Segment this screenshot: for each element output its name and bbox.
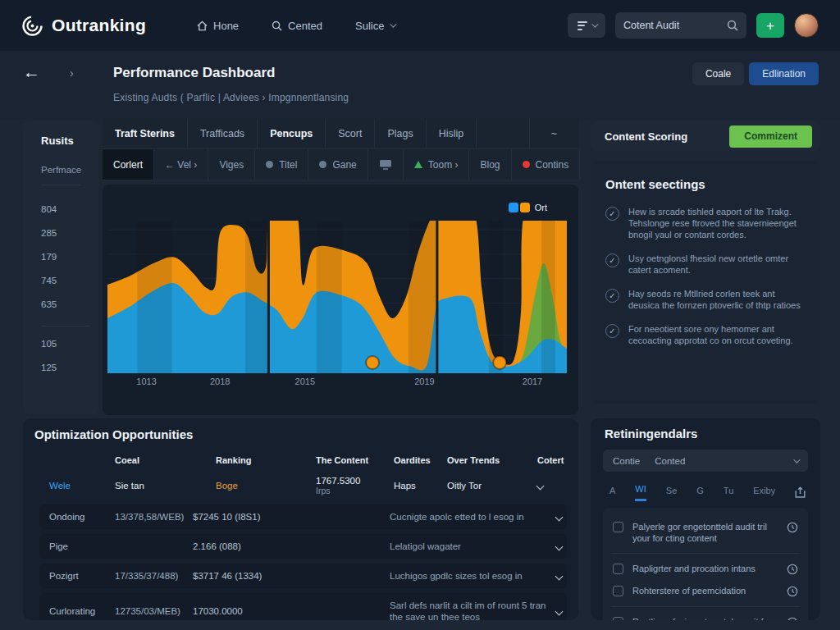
tab-hislip[interactable]: Hislip bbox=[427, 119, 477, 148]
chevron-down-icon[interactable] bbox=[555, 572, 564, 580]
rec-tab-tu[interactable]: Tu bbox=[724, 484, 733, 500]
recommendations-select[interactable]: Contie Conted bbox=[603, 450, 808, 472]
x-axis-label: 2018 bbox=[210, 377, 230, 386]
chip-gane[interactable]: Gane bbox=[308, 149, 368, 180]
segment-gap bbox=[267, 221, 270, 373]
filter-dropdown[interactable] bbox=[568, 13, 605, 38]
chip-titel[interactable]: Titel bbox=[255, 149, 308, 180]
table-row[interactable]: Pozigrt 17/335/37/488) $3717 46 (1334) L… bbox=[39, 564, 567, 588]
col-ranking[interactable]: Ranking bbox=[216, 455, 316, 465]
table-row[interactable]: Ondoing 13/378,58/WEB) $7245 10 (I8S1) C… bbox=[39, 504, 567, 529]
checkbox-icon[interactable] bbox=[613, 522, 623, 532]
brand[interactable]: Outranking bbox=[21, 15, 146, 37]
site-link[interactable]: Wele bbox=[49, 481, 115, 491]
legend-blue-swatch bbox=[509, 203, 518, 212]
row-cell: Ondoing bbox=[49, 512, 115, 522]
rec-tab-exiby[interactable]: Exiby bbox=[753, 484, 775, 500]
chevron-down-icon[interactable] bbox=[555, 542, 564, 550]
band-overlay bbox=[541, 221, 555, 373]
coale-button[interactable]: Coale bbox=[692, 62, 744, 85]
tab-plags[interactable]: Plags bbox=[375, 119, 426, 148]
y-axis-tick: 745 bbox=[41, 268, 98, 292]
back-arrow-icon[interactable]: ← bbox=[23, 62, 40, 82]
chart-marker[interactable] bbox=[366, 356, 379, 369]
table-row[interactable]: Curlorating 12735/03/MEB) 17030.0000 Sar… bbox=[39, 593, 567, 620]
rec-tab-g[interactable]: G bbox=[696, 484, 704, 500]
chip-vel[interactable]: ← Vel › bbox=[154, 149, 208, 180]
nav-home[interactable]: Hone bbox=[197, 20, 239, 32]
rec-tab-se[interactable]: Se bbox=[666, 484, 677, 500]
feature-content: 1767.5300 Irps bbox=[316, 476, 394, 495]
col-over-trends[interactable]: Over Trends bbox=[447, 455, 537, 465]
commizent-button[interactable]: Commizent bbox=[729, 126, 812, 148]
checklist-text: Usy oetnglonsl fhesiol new ortetle omter… bbox=[628, 253, 807, 276]
user-avatar[interactable] bbox=[794, 13, 819, 38]
filter-chips: Corlert ← Vel › Viges Titel Gane Toom › … bbox=[103, 149, 578, 180]
recommendations-title: Retiningendalrs bbox=[603, 427, 808, 441]
edlination-button[interactable]: Edlination bbox=[749, 62, 819, 85]
col-the-content[interactable]: The Content bbox=[316, 455, 394, 465]
chip-viges[interactable]: Viges bbox=[208, 149, 255, 180]
x-axis-labels: 10132018201520192017 bbox=[107, 377, 567, 390]
page-title: Performance Dashboard bbox=[113, 65, 275, 81]
tab-trafficads[interactable]: Trafficads bbox=[188, 119, 258, 148]
brand-name: Outranking bbox=[52, 16, 146, 35]
share-icon[interactable] bbox=[795, 486, 806, 498]
checkbox-icon[interactable] bbox=[613, 586, 623, 596]
recommendation-item[interactable]: Reytliee of s inport szotel engrit for c… bbox=[611, 611, 800, 620]
tab-more[interactable]: ~ bbox=[529, 119, 578, 148]
recommendation-item[interactable]: Palyerle gor engetontteld audit tril you… bbox=[611, 516, 800, 554]
checklist-item[interactable]: ✓ Hew is srcade tishled eaport of lte Tr… bbox=[605, 206, 807, 240]
chip-monitor[interactable] bbox=[368, 149, 404, 180]
col-coeal[interactable]: Coeal bbox=[115, 455, 216, 465]
chip-contins[interactable]: Contins bbox=[512, 149, 581, 180]
chart-legend[interactable]: Ort bbox=[509, 203, 547, 212]
stats-subtitle[interactable]: Perfmace bbox=[41, 165, 98, 175]
chevron-down-icon[interactable] bbox=[555, 607, 564, 615]
tab-pencups[interactable]: Pencups bbox=[258, 119, 326, 148]
recommendations-tabs: A WI Se G Tu Exiby bbox=[603, 482, 808, 501]
titlebar-actions: Coale Edlination bbox=[692, 62, 819, 85]
table-row[interactable]: Pige 2.166 (088) Lelatigol wagater bbox=[39, 534, 567, 559]
gray-dot-icon bbox=[266, 161, 273, 168]
forward-icon[interactable]: › bbox=[70, 66, 74, 80]
chip-toom[interactable]: Toom › bbox=[404, 149, 470, 180]
feature-row[interactable]: Wele Sie tan Boge 1767.5300 Irps Haps Oi… bbox=[34, 476, 567, 495]
dashboard-tabs: Traft Sterins Trafficads Pencups Scort P… bbox=[103, 119, 578, 149]
chip-corlert[interactable]: Corlert bbox=[103, 149, 154, 180]
feature-coeal: Sie tan bbox=[115, 481, 216, 491]
col-oardites[interactable]: Oardites bbox=[394, 455, 447, 465]
breadcrumb[interactable]: Existing Audts ( Parflic | Adviees › Imp… bbox=[113, 92, 349, 103]
chevron-down-icon[interactable] bbox=[555, 513, 564, 521]
nav-content[interactable]: Cented bbox=[272, 20, 322, 32]
checklist-item[interactable]: ✓ For neeotient sore ony hemomer ant cec… bbox=[605, 323, 807, 346]
rec-tab-a[interactable]: A bbox=[609, 484, 615, 500]
checklist-item[interactable]: ✓ Hay seods re Mtllried corlen teek ant … bbox=[605, 288, 807, 311]
chevron-down-icon[interactable] bbox=[536, 482, 545, 490]
nav-home-label: Hone bbox=[213, 20, 239, 32]
chip-contins-label: Contins bbox=[536, 159, 569, 171]
recommendations-list: Palyerle gor engetontteld audit tril you… bbox=[603, 508, 808, 620]
checkbox-icon[interactable] bbox=[613, 617, 623, 620]
search-icon[interactable] bbox=[727, 20, 738, 31]
tab-traft-sterins[interactable]: Traft Sterins bbox=[103, 119, 188, 148]
chip-blog[interactable]: Blog bbox=[469, 149, 511, 180]
checkbox-icon[interactable] bbox=[613, 564, 623, 574]
recommendation-item[interactable]: Rapligrter and procation intans bbox=[611, 558, 800, 580]
chart-marker[interactable] bbox=[493, 356, 506, 369]
results-axis-panel: Rusits Perfmace 804 285 179 745 635 105 … bbox=[23, 121, 98, 414]
y-axis-tick: 285 bbox=[41, 221, 98, 244]
rec-tab-wi[interactable]: WI bbox=[635, 482, 646, 501]
band-overlay bbox=[489, 221, 503, 373]
row-cell: $3717 46 (1334) bbox=[193, 571, 390, 581]
search-input[interactable] bbox=[623, 20, 720, 31]
y-axis-tick: 179 bbox=[41, 244, 98, 268]
nav-suite[interactable]: Sulice bbox=[355, 20, 395, 32]
col-cotert[interactable]: Cotert bbox=[537, 455, 567, 465]
recommendation-item[interactable]: Rohterstere of peemcidation bbox=[611, 580, 800, 607]
performance-chart-svg[interactable] bbox=[107, 221, 567, 373]
checklist-item[interactable]: ✓ Usy oetnglonsl fhesiol new ortetle omt… bbox=[605, 253, 807, 276]
add-button[interactable]: + bbox=[756, 13, 784, 38]
tab-scort[interactable]: Scort bbox=[326, 119, 375, 148]
feature-ranking: Boge bbox=[216, 481, 316, 491]
